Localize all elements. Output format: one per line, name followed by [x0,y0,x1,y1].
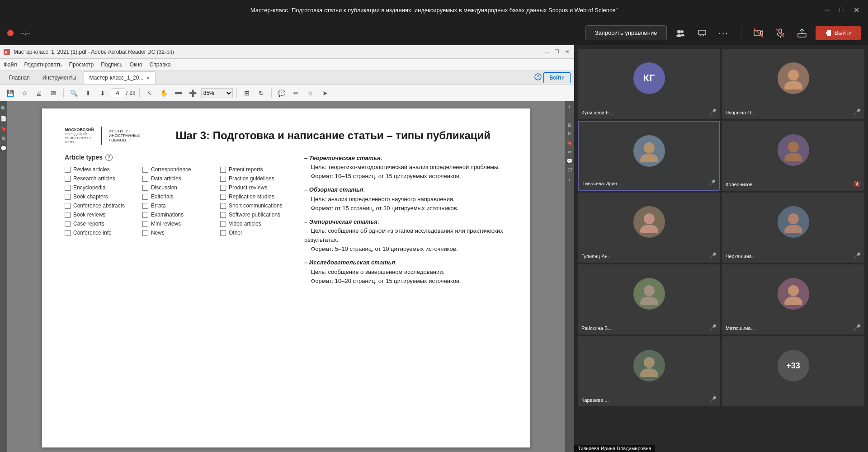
checkbox-editorials[interactable] [142,194,148,200]
fit-btn[interactable]: ⊞ [241,87,253,99]
acrobat-minimize[interactable]: ─ [543,48,551,56]
list-item: Discussion [142,184,213,191]
help-link[interactable]: ? [534,73,542,82]
bookmark-btn[interactable]: ☆ [18,87,31,99]
mic-off-btn[interactable] [772,25,788,41]
menu-view[interactable]: Просмотр [69,61,94,68]
checkbox-review-articles[interactable] [65,167,71,173]
svg-point-27 [788,285,799,296]
menu-help[interactable]: Справка [150,61,171,68]
checkbox-practice-guidelines[interactable] [220,176,226,182]
share-btn[interactable] [794,25,810,41]
tab-home[interactable]: Главная [4,71,35,84]
close-btn[interactable]: ✕ [852,6,861,14]
menu-sign[interactable]: Подпись [101,61,123,68]
checkbox-mini-reviews[interactable] [142,221,148,227]
tab-tools[interactable]: Инструменты [37,71,82,84]
left-strip-icon-3[interactable]: 🔖 [0,125,7,132]
more-icon-btn[interactable]: ··· [716,25,732,41]
article-col-1: Review articles Research articles Encycl… [65,166,135,236]
checkbox-examinations[interactable] [142,212,148,218]
left-strip-icon-5[interactable]: 💬 [0,145,7,152]
checkbox-discussion[interactable] [142,185,148,191]
acrobat-restore[interactable]: ❐ [553,48,561,56]
checkbox-errata[interactable] [142,203,148,209]
more-participants-btn[interactable]: +33 [778,350,809,381]
checkbox-replication-studies[interactable] [220,194,226,200]
highlight-btn[interactable]: ☆ [304,87,317,99]
avatar-cherkashina [778,206,809,238]
print-btn[interactable]: 🖨 [33,87,45,99]
checkbox-encyclopedia[interactable] [65,185,71,191]
menu-edit[interactable]: Редактировать [24,61,62,68]
acrobat-close[interactable]: ✕ [563,48,571,56]
chat-icon-btn[interactable] [694,25,710,41]
right-strip-shield[interactable]: 🛡 [566,166,573,174]
checkbox-case-reports[interactable] [65,221,71,227]
checkbox-book-reviews[interactable] [65,212,71,218]
comment-btn[interactable]: 💬 [275,87,288,99]
checkbox-conference-abstracts[interactable] [65,203,71,209]
checkbox-other[interactable] [220,230,226,236]
cursor-btn[interactable]: ↖ [143,87,156,99]
checkbox-short-communications[interactable] [220,203,226,209]
zoom-in-up-btn[interactable]: ⬆ [82,87,94,99]
tab-document[interactable]: Мастер-класс_1_20... ✕ [84,71,156,84]
navigate-btn[interactable]: ➤ [319,87,331,99]
checkbox-product-reviews[interactable] [220,185,226,191]
participant-tile-plus[interactable]: +33 [722,336,864,406]
participants-icon-btn[interactable] [672,25,689,41]
zoom-dropdown[interactable]: 85% 100% 125% 150% [201,88,233,98]
right-strip-zoomout[interactable]: - [566,112,573,119]
avatar-kolesnikov [778,134,809,166]
right-strip-comment[interactable]: 💬 [566,157,573,165]
right-strip-highlight[interactable]: ✏ [566,148,573,155]
article-types-help-icon[interactable]: ? [105,154,113,161]
checkbox-book-chapters[interactable] [65,194,71,200]
acrobat-menubar: Файл Редактировать Просмотр Подпись Окно… [0,59,574,71]
checkbox-data-articles[interactable] [142,176,148,182]
left-strip-icon-1[interactable]: 🔍 [0,105,7,112]
left-strip-icon-4[interactable]: ⚙ [0,135,7,142]
checkbox-video-articles[interactable] [220,221,226,227]
checkbox-correspondence[interactable] [142,167,148,173]
list-item: Review articles [65,166,135,173]
svg-text:?: ? [537,75,540,80]
svg-text:A: A [5,50,8,55]
right-strip-bookmark[interactable]: 🔖 [566,139,573,146]
checkbox-news[interactable] [142,230,148,236]
right-strip-zoomin[interactable]: + [566,103,573,110]
camera-off-btn[interactable] [750,25,767,41]
pen-btn[interactable]: ✏ [290,87,302,99]
right-strip-fit[interactable]: ⊞ [566,121,573,128]
zoom-out-btn[interactable]: 🔍 [67,87,80,99]
svg-point-18 [640,154,658,162]
checkbox-conference-info[interactable] [65,230,71,236]
participant-name-kg: Кулищева Е... [581,110,613,115]
maximize-btn[interactable]: □ [837,6,846,14]
pdf-scroll-area[interactable]: МОСКОВСКИЙ ГОРОДСКОЙ УНИВЕРСИТЕТ МГПУ ИН… [7,101,565,452]
email-btn[interactable]: ✉ [47,87,60,99]
list-item: Patent reports [220,166,291,173]
checkbox-patent-reports[interactable] [220,167,226,173]
checkbox-software-publications[interactable] [220,212,226,218]
menu-file[interactable]: Файл [4,61,17,68]
save-btn[interactable]: 💾 [4,87,16,99]
leave-button[interactable]: Выйти [816,26,861,40]
left-strip-icon-2[interactable]: 📄 [0,115,7,122]
zoom-in-down-btn[interactable]: ⬇ [96,87,109,99]
right-strip-export[interactable]: ↓ [566,175,573,183]
zoom-plus-btn[interactable]: ➕ [187,87,199,99]
tab-close-icon[interactable]: ✕ [146,75,150,80]
menu-window[interactable]: Окно [130,61,142,68]
svg-point-23 [788,213,799,224]
checkbox-research-articles[interactable] [65,176,71,182]
minimize-btn[interactable]: ─ [823,6,832,14]
signin-button[interactable]: Войти [543,72,571,83]
rotate-btn[interactable]: ↻ [255,87,268,99]
page-number-input[interactable] [111,88,124,98]
request-control-button[interactable]: Запросить управление [585,25,667,40]
zoom-minus-btn[interactable]: ➖ [172,87,185,99]
right-strip-rotate[interactable]: ↻ [566,130,573,137]
pan-btn[interactable]: ✋ [158,87,170,99]
